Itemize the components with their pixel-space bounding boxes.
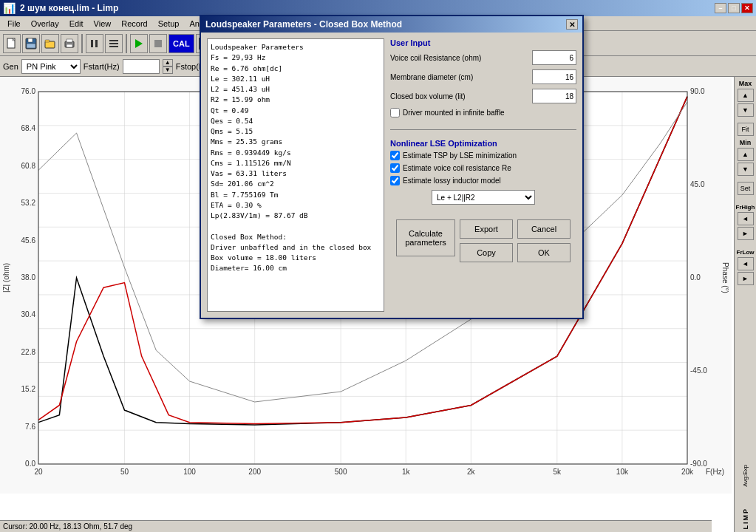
estimate-tsp-checkbox[interactable] [390, 151, 400, 160]
fstart-spin-down[interactable]: ▼ [163, 66, 173, 74]
svg-rect-3 [28, 38, 33, 42]
menu-file[interactable]: File [3, 18, 25, 30]
copy-button[interactable]: Copy [460, 243, 513, 262]
voice-coil-input[interactable] [532, 50, 576, 65]
infinite-baffle-checkbox[interactable] [390, 108, 400, 117]
membrane-input[interactable] [532, 69, 576, 84]
new-button[interactable] [3, 34, 21, 53]
membrane-label: Membrane diameter (cm) [390, 73, 532, 81]
min-up-button[interactable]: ▲ [738, 148, 754, 161]
estimate-re-row: Estimate voice coil resistance Re [390, 163, 576, 173]
estimate-tsp-row: Estimate TSP by LSE minimization [390, 151, 576, 160]
max-down-button[interactable]: ▼ [738, 103, 754, 117]
svg-rect-16 [154, 40, 162, 47]
list-button[interactable] [105, 34, 123, 53]
svg-marker-15 [135, 39, 143, 48]
window-title: 2 шум конец.lim - Limp [20, 3, 118, 13]
menu-record[interactable]: Record [117, 18, 151, 30]
svg-rect-11 [95, 40, 98, 47]
voice-coil-row: Voice coil Resistance (ohm) [390, 50, 576, 65]
frlow-right-button[interactable]: ► [738, 272, 754, 285]
menu-edit[interactable]: Edit [65, 18, 88, 30]
parameters-text: Loudspeaker ParametersFs = 29,93 HzRe = … [211, 42, 381, 274]
cal-button[interactable]: CAL [168, 34, 194, 53]
calculate-button[interactable]: Calculateparameters [396, 219, 455, 256]
frhigh-left-button[interactable]: ◄ [738, 212, 754, 225]
closed-box-input[interactable] [532, 89, 576, 103]
svg-rect-12 [109, 40, 118, 41]
export-button[interactable]: Export [460, 219, 513, 239]
pause-button[interactable] [86, 34, 103, 53]
title-bar: 📊 2 шум конец.lim - Limp – □ ✕ [0, 0, 756, 16]
cursor-text: Cursor: 20.00 Hz, 18.13 Ohm, 51.7 deg [3, 522, 132, 531]
app-icon: 📊 [3, 2, 16, 14]
svg-rect-4 [27, 44, 35, 48]
menu-view[interactable]: View [89, 18, 116, 30]
svg-rect-8 [67, 39, 72, 42]
max-label: Max [739, 80, 752, 87]
dialog-title-bar: Loudspeaker Parameters - Closed Box Meth… [201, 16, 582, 33]
svg-rect-13 [109, 43, 118, 44]
model-dropdown-row: Le + L2||R2 Le only Le + R2||L2 [390, 190, 576, 205]
right-controls: User Input Voice coil Resistance (ohm) M… [390, 38, 576, 312]
user-input-title: User Input [390, 38, 576, 47]
estimate-lossy-label: Estimate lossy inductor model [403, 177, 501, 185]
fstart-label: Fstart(Hz) [84, 62, 120, 71]
nonlinear-section: Nonlinear LSE Optimization Estimate TSP … [390, 139, 576, 209]
membrane-row: Membrane diameter (cm) [390, 69, 576, 84]
parameters-panel: Loudspeaker ParametersFs = 29,93 HzRe = … [207, 38, 384, 312]
svg-rect-10 [91, 40, 93, 47]
dialog: Loudspeaker Parameters - Closed Box Meth… [200, 15, 584, 319]
minimize-button[interactable]: – [715, 3, 726, 13]
menu-setup[interactable]: Setup [154, 18, 184, 30]
frhigh-right-button[interactable]: ► [738, 227, 754, 240]
estimate-lossy-row: Estimate lossy inductor model [390, 176, 576, 185]
svg-rect-5 [45, 41, 55, 48]
limp-label: LIMP [742, 505, 749, 530]
nonlinear-title: Nonlinear LSE Optimization [390, 139, 576, 148]
svg-rect-14 [109, 46, 118, 47]
open-button[interactable] [41, 34, 59, 53]
menu-overlay[interactable]: Overlay [27, 18, 64, 30]
closed-box-label: Closed box volume (lit) [390, 92, 532, 100]
dialog-footer: Calculateparameters Export Cancel Copy O… [390, 215, 576, 267]
closed-box-row: Closed box volume (lit) [390, 89, 576, 103]
frlow-left-button[interactable]: ◄ [738, 257, 754, 270]
infinite-baffle-label: Driver mounted in infinite baffle [403, 109, 505, 117]
estimate-re-label: Estimate voice coil resistance Re [403, 164, 511, 172]
save-button[interactable] [22, 34, 40, 53]
gen-label: Gen [3, 62, 18, 71]
status-bar: Cursor: 20.00 Hz, 18.13 Ohm, 51.7 deg [0, 520, 712, 532]
fit-button[interactable]: Fit [738, 123, 754, 136]
play-button[interactable] [130, 34, 148, 53]
avg-exp-label: Avg:Exp [742, 465, 749, 487]
close-window-button[interactable]: ✕ [741, 3, 753, 13]
print-button[interactable] [61, 34, 78, 53]
min-down-button[interactable]: ▼ [738, 163, 754, 176]
gen-dropdown[interactable]: PN Pink PN White Sine [21, 59, 81, 74]
fstart-spin-up[interactable]: ▲ [163, 59, 173, 66]
cancel-button[interactable]: Cancel [517, 219, 571, 239]
estimate-lossy-checkbox[interactable] [390, 176, 400, 185]
right-panel: Max ▲ ▼ Fit Min ▲ ▼ Set FrHigh ◄ ► FrLow… [734, 77, 756, 532]
dialog-body: Loudspeaker ParametersFs = 29,93 HzRe = … [201, 33, 582, 318]
fstart-input[interactable]: 20 [123, 59, 160, 74]
voice-coil-label: Voice coil Resistance (ohm) [390, 54, 532, 62]
frlow-label: FrLow [737, 249, 755, 256]
min-label: Min [740, 139, 752, 146]
infinite-baffle-row: Driver mounted in infinite baffle [390, 108, 576, 117]
ok-button[interactable]: OK [517, 243, 571, 262]
dialog-title-text: Loudspeaker Parameters - Closed Box Meth… [205, 19, 402, 30]
estimate-re-checkbox[interactable] [390, 163, 400, 173]
model-dropdown[interactable]: Le + L2||R2 Le only Le + R2||L2 [432, 190, 535, 205]
max-up-button[interactable]: ▲ [738, 89, 754, 102]
user-input-section: User Input Voice coil Resistance (ohm) M… [390, 38, 576, 120]
svg-rect-6 [45, 40, 50, 42]
dialog-close-button[interactable]: ✕ [566, 19, 578, 30]
estimate-tsp-label: Estimate TSP by LSE minimization [403, 151, 517, 160]
maximize-button[interactable]: □ [728, 3, 740, 13]
frhigh-label: FrHigh [736, 204, 755, 211]
svg-rect-9 [67, 44, 72, 47]
set-button[interactable]: Set [738, 182, 754, 195]
stop-button[interactable] [149, 34, 167, 53]
